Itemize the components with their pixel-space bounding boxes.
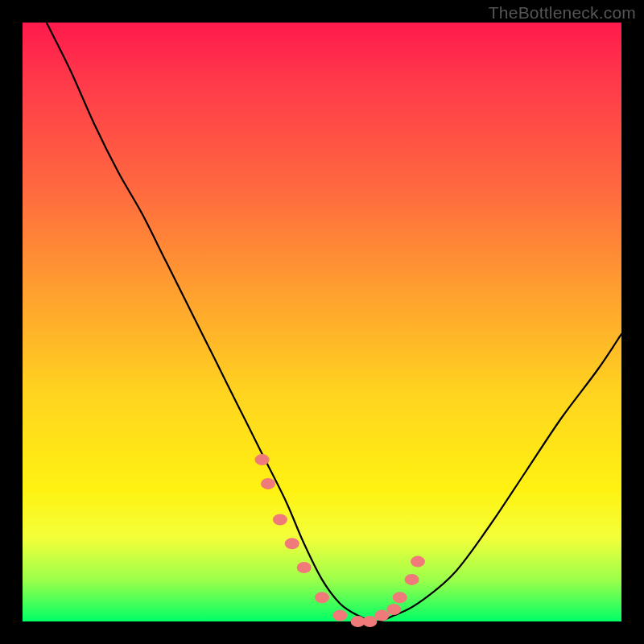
marker-point <box>285 538 299 549</box>
marker-point <box>393 592 407 603</box>
marker-point <box>297 562 312 573</box>
marker-point <box>315 592 329 603</box>
marker-point <box>411 556 425 568</box>
chart-svg <box>23 23 621 621</box>
marker-point <box>374 610 389 621</box>
watermark-text: TheBottleneck.com <box>489 3 636 23</box>
marker-point <box>261 478 275 489</box>
marker-point <box>386 604 401 615</box>
marker-point <box>255 454 270 465</box>
marker-point <box>405 574 419 585</box>
marker-point <box>332 610 347 621</box>
plot-area <box>23 23 621 621</box>
marker-point <box>363 616 378 627</box>
marker-point <box>273 514 287 526</box>
chart-frame: TheBottleneck.com <box>0 0 644 644</box>
highlight-markers <box>255 454 425 627</box>
bottleneck-curve <box>47 23 621 621</box>
